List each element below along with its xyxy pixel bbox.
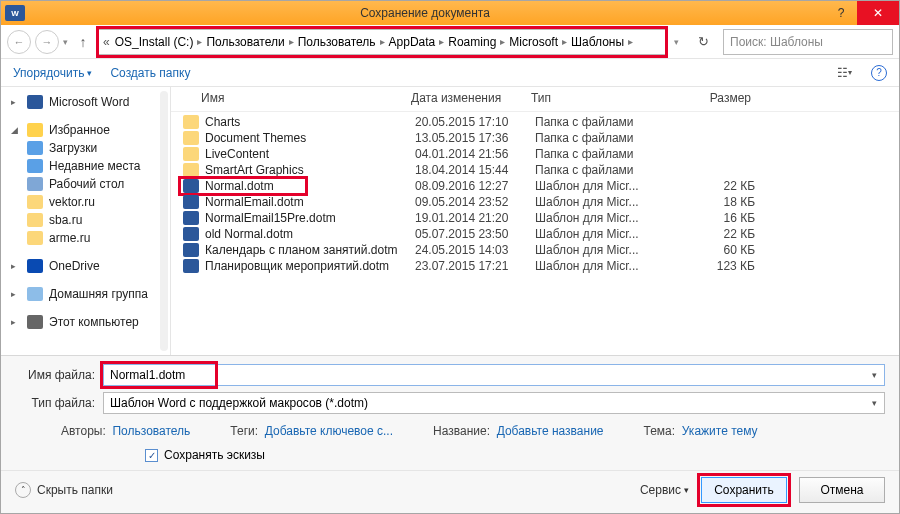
col-name[interactable]: Имя: [201, 91, 411, 105]
template-icon: [183, 243, 199, 257]
sidebar-item[interactable]: ▸Домашняя группа: [5, 285, 166, 303]
toolbar: Упорядочить ▾ Создать папку ☷ ▾ ?: [1, 59, 899, 87]
hide-folders-button[interactable]: ˄ Скрыть папки: [15, 482, 113, 498]
view-options-icon[interactable]: ☷ ▾: [835, 64, 853, 82]
nav-row: ← → ▾ ↑ «OS_Install (C:)▸Пользователи▸По…: [1, 25, 899, 59]
file-row[interactable]: SmartArt Graphics18.04.2014 15:44Папка с…: [171, 162, 899, 178]
template-icon: [183, 227, 199, 241]
col-date[interactable]: Дата изменения: [411, 91, 531, 105]
sidebar-item[interactable]: ▸Этот компьютер: [5, 313, 166, 331]
chevron-up-icon: ˄: [15, 482, 31, 498]
filetype-label: Тип файла:: [15, 396, 95, 410]
file-row[interactable]: NormalEmail.dotm09.05.2014 23:52Шаблон д…: [171, 194, 899, 210]
breadcrumb-item[interactable]: Пользователь: [298, 35, 376, 49]
sidebar-item[interactable]: Недавние места: [5, 157, 166, 175]
ico-blue-icon: [27, 159, 43, 173]
column-headers[interactable]: Имя Дата изменения Тип Размер: [171, 87, 899, 112]
file-row[interactable]: LiveContent04.01.2014 21:56Папка с файла…: [171, 146, 899, 162]
breadcrumb-item[interactable]: Microsoft: [509, 35, 558, 49]
file-row[interactable]: Document Themes13.05.2015 17:36Папка с ф…: [171, 130, 899, 146]
breadcrumb-item[interactable]: Roaming: [448, 35, 496, 49]
sidebar-item[interactable]: sba.ru: [5, 211, 166, 229]
folder-icon: [183, 131, 199, 145]
ico-star-icon: [27, 123, 43, 137]
breadcrumb-item[interactable]: OS_Install (C:): [115, 35, 194, 49]
word-icon: W: [5, 5, 25, 21]
col-size[interactable]: Размер: [671, 91, 751, 105]
sidebar: ▸Microsoft Word◢ИзбранноеЗагрузкиНедавни…: [1, 87, 171, 355]
file-row[interactable]: Charts20.05.2015 17:10Папка с файлами: [171, 114, 899, 130]
col-type[interactable]: Тип: [531, 91, 671, 105]
history-dropdown[interactable]: ▾: [63, 37, 68, 47]
ico-blue-icon: [27, 141, 43, 155]
theme-label: Тема:: [644, 424, 676, 438]
cancel-button[interactable]: Отмена: [799, 477, 885, 503]
template-icon: [183, 259, 199, 273]
chevron-right-icon: ▸: [195, 36, 204, 47]
sidebar-item[interactable]: Рабочий стол: [5, 175, 166, 193]
template-icon: [183, 195, 199, 209]
sidebar-item[interactable]: arme.ru: [5, 229, 166, 247]
back-button[interactable]: ←: [7, 30, 31, 54]
window-title: Сохранение документа: [25, 6, 825, 20]
search-input[interactable]: Поиск: Шаблоны: [723, 29, 893, 55]
save-thumbnail-checkbox[interactable]: ✓: [145, 449, 158, 462]
refresh-button[interactable]: ↻: [691, 30, 715, 54]
breadcrumb-item[interactable]: Пользователи: [206, 35, 284, 49]
filetype-dropdown-icon[interactable]: ▾: [866, 395, 882, 411]
breadcrumb-item[interactable]: AppData: [389, 35, 436, 49]
ico-fold-icon: [27, 195, 43, 209]
help-icon[interactable]: ?: [871, 65, 887, 81]
chevron-right-icon: ▸: [378, 36, 387, 47]
folder-icon: [183, 163, 199, 177]
ico-pc-icon: [27, 315, 43, 329]
sidebar-item[interactable]: ◢Избранное: [5, 121, 166, 139]
tags-value[interactable]: Добавьте ключевое с...: [265, 424, 393, 438]
sidebar-item[interactable]: ▸Microsoft Word: [5, 93, 166, 111]
filename-input[interactable]: Normal1.dotm ▾: [103, 364, 885, 386]
file-row[interactable]: old Normal.dotm05.07.2015 23:50Шаблон дл…: [171, 226, 899, 242]
titlebar: W Сохранение документа ? ✕: [1, 1, 899, 25]
folder-icon: [183, 115, 199, 129]
forward-button[interactable]: →: [35, 30, 59, 54]
ico-desk-icon: [27, 177, 43, 191]
file-row[interactable]: Планировщик мероприятий.dotm23.07.2015 1…: [171, 258, 899, 274]
up-button[interactable]: ↑: [72, 31, 94, 53]
new-folder-button[interactable]: Создать папку: [110, 66, 190, 80]
chevron-right-icon: ▸: [287, 36, 296, 47]
file-row[interactable]: Normal.dotm08.09.2016 12:27Шаблон для Mi…: [171, 178, 899, 194]
authors-label: Авторы:: [61, 424, 106, 438]
file-row[interactable]: NormalEmail15Pre.dotm19.01.2014 21:20Шаб…: [171, 210, 899, 226]
save-button[interactable]: Сохранить: [701, 477, 787, 503]
ico-fold-icon: [27, 231, 43, 245]
sidebar-item[interactable]: Загрузки: [5, 139, 166, 157]
titlefield-label: Название:: [433, 424, 490, 438]
organize-button[interactable]: Упорядочить ▾: [13, 66, 92, 80]
authors-value[interactable]: Пользователь: [112, 424, 190, 438]
save-panel: Имя файла: Normal1.dotm ▾ Тип файла: Шаб…: [1, 355, 899, 470]
filename-label: Имя файла:: [15, 368, 95, 382]
theme-value[interactable]: Укажите тему: [682, 424, 758, 438]
tools-button[interactable]: Сервис ▾: [640, 483, 689, 497]
ico-home-icon: [27, 287, 43, 301]
breadcrumb-item[interactable]: Шаблоны: [571, 35, 624, 49]
ico-fold-icon: [27, 213, 43, 227]
ico-onedrive-icon: [27, 259, 43, 273]
filetype-select[interactable]: Шаблон Word с поддержкой макросов (*.dot…: [103, 392, 885, 414]
chevron-right-icon: ▸: [560, 36, 569, 47]
close-button[interactable]: ✕: [857, 1, 899, 25]
folder-icon: [183, 147, 199, 161]
address-dropdown[interactable]: ▾: [670, 37, 683, 47]
template-icon: [183, 179, 199, 193]
file-row[interactable]: Календарь с планом занятий.dotm24.05.201…: [171, 242, 899, 258]
tags-label: Теги:: [230, 424, 258, 438]
save-thumbnail-label: Сохранять эскизы: [164, 448, 265, 462]
sidebar-item[interactable]: ▸OneDrive: [5, 257, 166, 275]
help-button[interactable]: ?: [825, 1, 857, 25]
chevron-right-icon: ▸: [626, 36, 635, 47]
sidebar-item[interactable]: vektor.ru: [5, 193, 166, 211]
filename-dropdown-icon[interactable]: ▾: [866, 367, 882, 383]
file-pane: Имя Дата изменения Тип Размер Charts20.0…: [171, 87, 899, 355]
titlefield-value[interactable]: Добавьте название: [497, 424, 604, 438]
address-bar[interactable]: «OS_Install (C:)▸Пользователи▸Пользовате…: [98, 29, 666, 55]
